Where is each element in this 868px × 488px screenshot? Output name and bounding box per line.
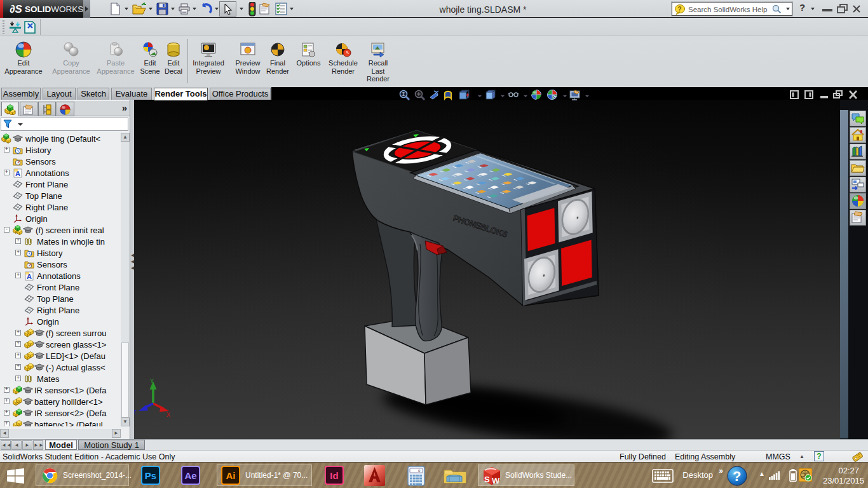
svg-text:W: W: [492, 476, 500, 485]
svg-text:Z: Z: [134, 409, 137, 416]
svg-text:Y: Y: [150, 378, 154, 385]
svg-text:∂S: ∂S: [10, 3, 22, 15]
svg-text:X: X: [166, 412, 170, 419]
svg-text:?: ?: [678, 6, 682, 13]
svg-text:S: S: [484, 475, 490, 484]
svg-text:?: ?: [733, 468, 741, 484]
svg-text:SOLIDWORKS: SOLIDWORKS: [25, 4, 83, 14]
